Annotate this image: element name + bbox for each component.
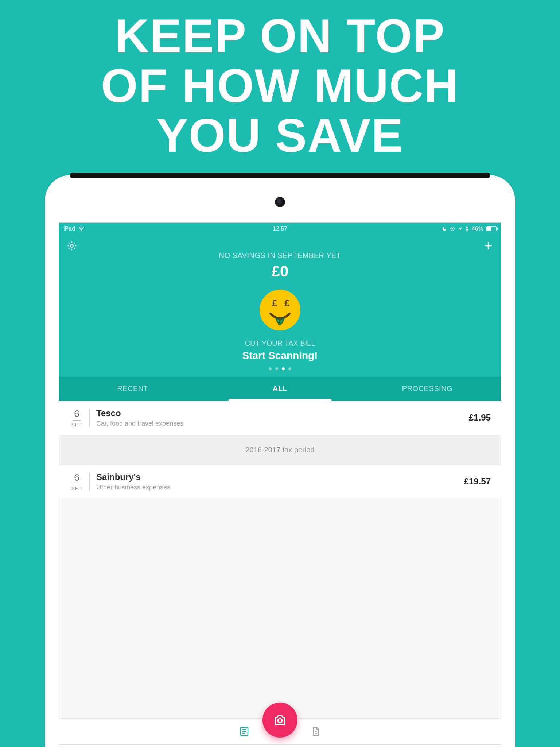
- row-title: Sainbury's: [96, 472, 464, 482]
- tablet-top-edge: [70, 173, 490, 178]
- add-button[interactable]: [482, 240, 494, 252]
- svg-point-0: [81, 231, 82, 231]
- svg-text:£: £: [272, 298, 277, 309]
- wifi-icon: [78, 226, 85, 231]
- svg-text:£: £: [284, 298, 290, 309]
- row-month: SEP: [69, 422, 84, 427]
- carousel-dot[interactable]: [282, 367, 285, 370]
- battery-icon: [486, 226, 497, 231]
- row-date: 6SEP: [69, 472, 90, 491]
- carousel-dots[interactable]: [269, 367, 291, 370]
- row-amount: £19.57: [464, 476, 491, 487]
- dnd-moon-icon: [442, 226, 447, 231]
- camera-icon: [273, 713, 287, 727]
- tab-recent[interactable]: RECENT: [59, 377, 206, 401]
- status-time: 12:57: [273, 225, 287, 232]
- battery-percent: 46%: [472, 225, 483, 232]
- row-month: SEP: [69, 486, 84, 491]
- status-right: 46%: [442, 225, 497, 232]
- tablet-camera: [276, 198, 284, 206]
- bluetooth-icon: [465, 226, 469, 232]
- filter-tabs: RECENTALLPROCESSING: [59, 377, 501, 401]
- status-left: iPad: [63, 225, 85, 232]
- hero-line-2: OF HOW MUCH: [15, 61, 545, 111]
- savings-amount: £0: [272, 263, 289, 280]
- plus-icon: [483, 240, 494, 251]
- hero-line-3: YOU SAVE: [15, 111, 545, 160]
- tab-processing[interactable]: PROCESSING: [354, 377, 501, 401]
- row-title: Tesco: [96, 408, 469, 418]
- document-icon: [310, 726, 321, 737]
- expense-list[interactable]: 6SEPTescoCar, food and travel expenses£1…: [59, 401, 501, 718]
- scan-fab-button[interactable]: [262, 703, 298, 738]
- row-amount: £1.95: [469, 413, 491, 423]
- gear-icon: [67, 241, 77, 251]
- settings-button[interactable]: [66, 240, 78, 252]
- location-icon: [458, 226, 462, 231]
- receipts-tab-button[interactable]: [238, 725, 251, 738]
- row-main: TescoCar, food and travel expenses: [96, 408, 469, 427]
- carousel-dot[interactable]: [269, 367, 272, 370]
- compass-icon: [450, 226, 455, 231]
- row-day: 6: [73, 472, 81, 484]
- status-bar: iPad 12:57: [59, 223, 501, 235]
- money-emoji: £ £ £: [258, 288, 302, 333]
- bottom-bar: [59, 718, 501, 744]
- row-main: Sainbury'sOther business expenses: [96, 472, 464, 491]
- svg-text:£: £: [278, 320, 281, 326]
- slogan-main: Start Scanning!: [242, 350, 318, 361]
- hero-headline: KEEP ON TOP OF HOW MUCH YOU SAVE: [0, 0, 560, 175]
- app-header: NO SAVINGS IN SEPTEMBER YET £0 £ £ £ CUT…: [59, 235, 501, 377]
- carousel-dot[interactable]: [275, 367, 278, 370]
- carrier-label: iPad: [63, 225, 75, 232]
- tablet-frame: iPad 12:57: [45, 175, 515, 747]
- expense-row[interactable]: 6SEPTescoCar, food and travel expenses£1…: [59, 401, 501, 435]
- slogan-sub: CUT YOUR TAX BILL: [245, 339, 315, 348]
- row-day: 6: [73, 408, 81, 421]
- list-icon: [239, 726, 250, 737]
- tab-all[interactable]: ALL: [206, 377, 354, 401]
- row-date: 6SEP: [69, 408, 90, 427]
- expense-row[interactable]: 6SEPSainbury'sOther business expenses£19…: [59, 465, 501, 499]
- savings-label: NO SAVINGS IN SEPTEMBER YET: [219, 251, 341, 260]
- app-screen: iPad 12:57: [59, 222, 501, 745]
- hero-line-1: KEEP ON TOP: [15, 11, 545, 61]
- carousel-dot[interactable]: [288, 367, 291, 370]
- period-separator: 2016-2017 tax period: [59, 435, 501, 465]
- row-subtitle: Car, food and travel expenses: [96, 420, 469, 427]
- money-face-icon: £ £ £: [258, 288, 302, 332]
- documents-tab-button[interactable]: [309, 725, 322, 738]
- row-subtitle: Other business expenses: [96, 484, 464, 491]
- svg-point-8: [278, 718, 282, 723]
- svg-point-2: [70, 244, 73, 247]
